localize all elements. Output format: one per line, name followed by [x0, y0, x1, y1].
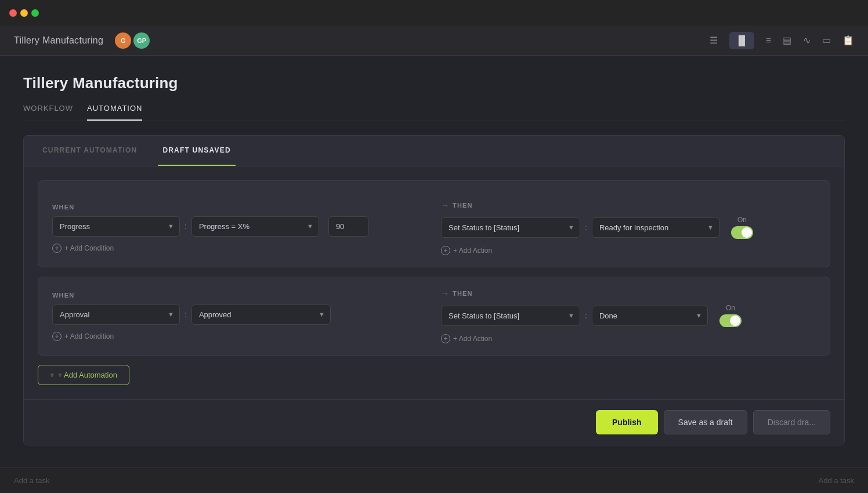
topbar-icons: ☰ ▐▌ ≡ ▤ ∿ ▭ 📋: [710, 32, 854, 49]
calendar-icon[interactable]: ▭: [822, 35, 831, 46]
plus-circle-icon: +: [52, 244, 62, 253]
plus-circle-icon-3: +: [52, 332, 62, 341]
automation-panel: CURRENT AUTOMATION DRAFT UNSAVED WHEN: [23, 135, 845, 445]
rule-block-1: WHEN Progress ▼ : Progres: [38, 180, 830, 267]
chart-icon[interactable]: ▐▌: [729, 32, 754, 49]
minimize-button[interactable]: [20, 9, 28, 17]
panel-tab-draft[interactable]: DRAFT UNSAVED: [158, 136, 235, 166]
rule-1-toggle-container: On: [731, 216, 753, 239]
topbar: Tillery Manufacturing G GP ☰ ▐▌ ≡ ▤ ∿ ▭ …: [0, 26, 868, 56]
rule-2-row: WHEN Approval ▼ : Approve: [52, 289, 816, 343]
rule-2-condition-op[interactable]: Approved: [191, 304, 331, 325]
main-content: Tillery Manufacturing WORKFLOW AUTOMATIO…: [0, 56, 868, 493]
rule-1-condition-op-wrapper: Progress = X% ▼: [191, 216, 319, 237]
clipboard-icon[interactable]: 📋: [842, 35, 854, 46]
panel-body: WHEN Progress ▼ : Progres: [24, 166, 844, 399]
rule-2-condition-field[interactable]: Approval: [52, 304, 180, 325]
avatar-user1: G: [115, 32, 131, 49]
list-icon[interactable]: ▤: [783, 35, 791, 46]
rule-1-value-input[interactable]: 90: [328, 216, 369, 237]
rule-1-when-label: WHEN: [52, 204, 427, 211]
rule-1-conditions: Progress ▼ : Progress = X% ▼: [52, 216, 427, 237]
rule-1-action-field[interactable]: Set Status to [Status]: [441, 217, 580, 238]
rule-1-action-value[interactable]: Ready for Inspection: [592, 217, 719, 238]
rule-1-add-action[interactable]: + + Add Action: [441, 246, 816, 255]
rule-2-toggle[interactable]: [719, 314, 742, 327]
plus-icon: +: [50, 371, 55, 379]
close-button[interactable]: [9, 9, 17, 17]
rule-1-condition-field[interactable]: Progress: [52, 216, 180, 237]
rule-2-then-label: THEN: [453, 290, 473, 297]
plus-circle-icon-4: +: [441, 334, 450, 343]
tab-automation[interactable]: AUTOMATION: [87, 104, 142, 121]
rule-1-colon3: :: [585, 223, 587, 232]
rule-2-toggle-container: On: [719, 304, 742, 327]
filter-icon[interactable]: ≡: [766, 35, 771, 46]
arrow-icon-2: →: [441, 289, 449, 298]
nav-tabs: WORKFLOW AUTOMATION: [23, 104, 845, 121]
rule-1-row: WHEN Progress ▼ : Progres: [52, 201, 816, 255]
add-automation-button[interactable]: + + Add Automation: [38, 365, 129, 385]
tab-workflow[interactable]: WORKFLOW: [23, 104, 73, 121]
rule-1-action-field-wrapper: Set Status to [Status] ▼: [441, 217, 580, 238]
rule-2-action-value[interactable]: Done: [592, 306, 708, 326]
rule-2-colon3: :: [585, 311, 587, 320]
panel-tabs: CURRENT AUTOMATION DRAFT UNSAVED: [24, 136, 844, 166]
rule-1-add-condition[interactable]: + + Add Condition: [52, 244, 427, 253]
save-draft-button[interactable]: Save as a draft: [664, 410, 747, 434]
panel-footer: Publish Save as a draft Discard dra...: [24, 399, 844, 445]
maximize-button[interactable]: [31, 9, 39, 17]
avatar-group: G GP: [115, 32, 150, 49]
titlebar: [0, 0, 868, 26]
rule-2-add-condition[interactable]: + + Add Condition: [52, 332, 427, 341]
bottom-bar: Add a task Add a task: [0, 467, 868, 493]
activity-icon[interactable]: ∿: [803, 35, 811, 46]
rule-2-condition-field-wrapper: Approval ▼: [52, 304, 180, 325]
rule-2-toggle-label: On: [726, 304, 735, 312]
rule-1-colon: :: [185, 222, 187, 231]
rule-2-colon: :: [185, 310, 187, 319]
rule-2-add-action[interactable]: + + Add Action: [441, 334, 816, 343]
menu-icon[interactable]: ☰: [710, 35, 718, 46]
add-task-right[interactable]: Add a task: [819, 476, 854, 485]
rule-2-action-field-wrapper: Set Status to [Status] ▼: [441, 306, 580, 326]
arrow-icon: →: [441, 201, 449, 210]
rule-1-condition-field-wrapper: Progress ▼: [52, 216, 180, 237]
rule-2-condition-op-wrapper: Approved ▼: [191, 304, 331, 325]
traffic-lights: [9, 9, 39, 17]
rule-1-action-value-wrapper: Ready for Inspection ▼: [592, 217, 719, 238]
rule-1-condition-op[interactable]: Progress = X%: [191, 216, 319, 237]
publish-button[interactable]: Publish: [596, 410, 658, 434]
rule-1-toggle-label: On: [737, 216, 747, 224]
discard-button[interactable]: Discard dra...: [753, 410, 830, 434]
rule-2-action-field[interactable]: Set Status to [Status]: [441, 306, 580, 326]
add-task-left[interactable]: Add a task: [14, 476, 49, 485]
avatar-user2: GP: [133, 32, 150, 49]
panel-tab-current[interactable]: CURRENT AUTOMATION: [38, 136, 142, 166]
rule-2-conditions: Approval ▼ : Approved ▼: [52, 304, 427, 325]
rule-block-2: WHEN Approval ▼ : Approve: [38, 277, 830, 356]
rule-1-then-label: THEN: [453, 202, 473, 209]
rule-1-toggle[interactable]: [731, 226, 753, 239]
topbar-title: Tillery Manufacturing: [14, 35, 103, 46]
page-title: Tillery Manufacturing: [23, 74, 845, 92]
plus-circle-icon-2: +: [441, 246, 450, 255]
rule-2-when-label: WHEN: [52, 292, 427, 299]
rule-2-action-value-wrapper: Done ▼: [592, 306, 708, 326]
